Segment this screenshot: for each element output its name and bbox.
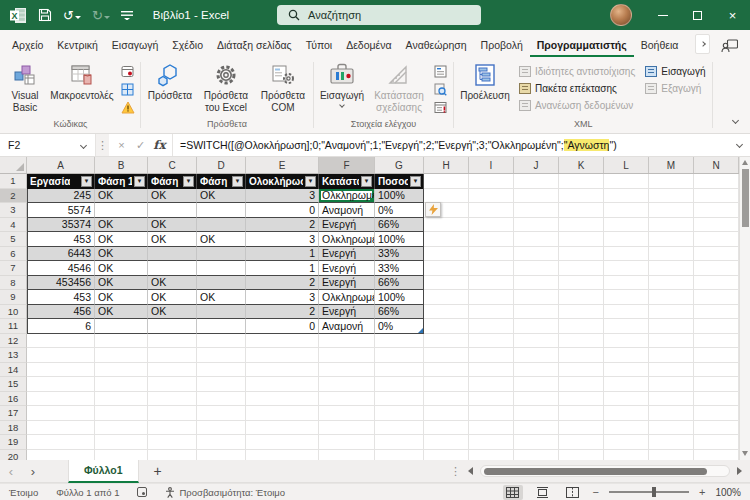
cell-D5[interactable]: OK bbox=[197, 232, 246, 247]
enter-icon[interactable]: ✓ bbox=[131, 139, 150, 152]
cell-M6[interactable] bbox=[649, 247, 694, 262]
page-layout-view-button[interactable] bbox=[533, 485, 553, 500]
maximize-button[interactable] bbox=[680, 0, 715, 30]
cell-A9[interactable]: 453 bbox=[27, 290, 95, 305]
cell-K7[interactable] bbox=[559, 261, 604, 276]
cell-M14[interactable] bbox=[649, 363, 694, 378]
cell-F3[interactable]: Αναμονή bbox=[319, 203, 375, 218]
cell-E1[interactable]: Ολοκλήρωση▼ bbox=[246, 174, 319, 189]
cell-M5[interactable] bbox=[649, 232, 694, 247]
cell-C14[interactable] bbox=[148, 363, 197, 378]
cell-C8[interactable]: OK bbox=[148, 276, 197, 291]
cell-H8[interactable] bbox=[424, 276, 469, 291]
cell-L14[interactable] bbox=[604, 363, 649, 378]
cell-B15[interactable] bbox=[95, 377, 148, 392]
column-header-J[interactable]: J bbox=[514, 157, 559, 173]
cell-L18[interactable] bbox=[604, 421, 649, 436]
cell-A7[interactable]: 4546 bbox=[27, 261, 95, 276]
cell-H17[interactable] bbox=[424, 406, 469, 421]
avatar[interactable] bbox=[610, 4, 632, 26]
cell-D2[interactable]: OK bbox=[197, 189, 246, 204]
cell-A16[interactable] bbox=[27, 392, 95, 407]
cell-I17[interactable] bbox=[469, 406, 514, 421]
cell-H2[interactable] bbox=[424, 189, 469, 204]
cell-D1[interactable]: Φάση 3▼ bbox=[197, 174, 246, 189]
cell-G5[interactable]: 100% bbox=[375, 232, 424, 247]
column-header-E[interactable]: E bbox=[246, 157, 319, 173]
next-sheet-button[interactable]: › bbox=[22, 465, 44, 478]
cell-K5[interactable] bbox=[559, 232, 604, 247]
cell-N5[interactable] bbox=[694, 232, 739, 247]
cell-F2[interactable]: Ολκληρωμένη bbox=[319, 189, 375, 204]
cell-B9[interactable]: OK bbox=[95, 290, 148, 305]
cell-M8[interactable] bbox=[649, 276, 694, 291]
cell-L11[interactable] bbox=[604, 319, 649, 334]
cell-M15[interactable] bbox=[649, 377, 694, 392]
cell-H18[interactable] bbox=[424, 421, 469, 436]
cell-M17[interactable] bbox=[649, 406, 694, 421]
column-header-L[interactable]: L bbox=[604, 157, 649, 173]
cell-H11[interactable] bbox=[424, 319, 469, 334]
cell-A1[interactable]: Εργασία▼ bbox=[27, 174, 95, 189]
cell-F11[interactable]: Αναμονή bbox=[319, 319, 375, 334]
ribbon-tab[interactable]: Εισαγωγή bbox=[105, 33, 165, 57]
cell-K17[interactable] bbox=[559, 406, 604, 421]
cell-B1[interactable]: Φάση 1▼ bbox=[95, 174, 148, 189]
row-header-5[interactable]: 5 bbox=[0, 232, 27, 247]
cell-M3[interactable] bbox=[649, 203, 694, 218]
ribbon-tab[interactable]: Τύποι bbox=[299, 33, 340, 57]
vertical-scrollbar[interactable] bbox=[739, 157, 750, 460]
cell-G12[interactable] bbox=[375, 334, 424, 349]
cell-E20[interactable] bbox=[246, 450, 319, 461]
filter-button[interactable]: ▼ bbox=[410, 176, 421, 187]
cell-I19[interactable] bbox=[469, 435, 514, 450]
row-header-2[interactable]: 2 bbox=[0, 189, 27, 204]
cell-A18[interactable] bbox=[27, 421, 95, 436]
cancel-icon[interactable]: × bbox=[112, 139, 131, 151]
cell-K8[interactable] bbox=[559, 276, 604, 291]
cell-F19[interactable] bbox=[319, 435, 375, 450]
ribbon-tab[interactable]: Acrobat bbox=[685, 33, 691, 57]
cell-F5[interactable]: Ολκληρωμένη bbox=[319, 232, 375, 247]
column-header-H[interactable]: H bbox=[424, 157, 469, 173]
cell-J7[interactable] bbox=[514, 261, 559, 276]
cell-L4[interactable] bbox=[604, 218, 649, 233]
sheet-tab-active[interactable]: Φύλλο1 bbox=[68, 460, 139, 483]
cell-C5[interactable]: OK bbox=[148, 232, 197, 247]
cell-K15[interactable] bbox=[559, 377, 604, 392]
cell-B17[interactable] bbox=[95, 406, 148, 421]
cell-L12[interactable] bbox=[604, 334, 649, 349]
cell-M20[interactable] bbox=[649, 450, 694, 461]
cell-J17[interactable] bbox=[514, 406, 559, 421]
cell-G13[interactable] bbox=[375, 348, 424, 363]
cell-E11[interactable]: 0 bbox=[246, 319, 319, 334]
cell-H20[interactable] bbox=[424, 450, 469, 461]
cell-B8[interactable]: OK bbox=[95, 276, 148, 291]
cell-M9[interactable] bbox=[649, 290, 694, 305]
cell-M16[interactable] bbox=[649, 392, 694, 407]
cell-J20[interactable] bbox=[514, 450, 559, 461]
cell-H19[interactable] bbox=[424, 435, 469, 450]
cell-H13[interactable] bbox=[424, 348, 469, 363]
cell-G6[interactable]: 33% bbox=[375, 247, 424, 262]
cell-I14[interactable] bbox=[469, 363, 514, 378]
scroll-down-icon[interactable] bbox=[742, 451, 748, 460]
insert-function-icon[interactable]: fx bbox=[150, 138, 169, 152]
cell-C19[interactable] bbox=[148, 435, 197, 450]
cell-D20[interactable] bbox=[197, 450, 246, 461]
visual-basic-button[interactable]: Visual Basic bbox=[3, 59, 47, 113]
cell-L13[interactable] bbox=[604, 348, 649, 363]
minimize-button[interactable] bbox=[645, 0, 680, 30]
share-icon[interactable] bbox=[721, 39, 738, 53]
view-code-icon[interactable] bbox=[433, 82, 448, 96]
cell-N18[interactable] bbox=[694, 421, 739, 436]
cell-D6[interactable] bbox=[197, 247, 246, 262]
horizontal-scroll-thumb[interactable] bbox=[484, 468, 707, 475]
cell-L10[interactable] bbox=[604, 305, 649, 320]
cell-E9[interactable]: 3 bbox=[246, 290, 319, 305]
cell-I5[interactable] bbox=[469, 232, 514, 247]
ribbon-tab[interactable]: Αρχείο bbox=[5, 33, 50, 57]
cell-I2[interactable] bbox=[469, 189, 514, 204]
cell-K18[interactable] bbox=[559, 421, 604, 436]
zoom-in-button[interactable]: + bbox=[699, 487, 705, 498]
